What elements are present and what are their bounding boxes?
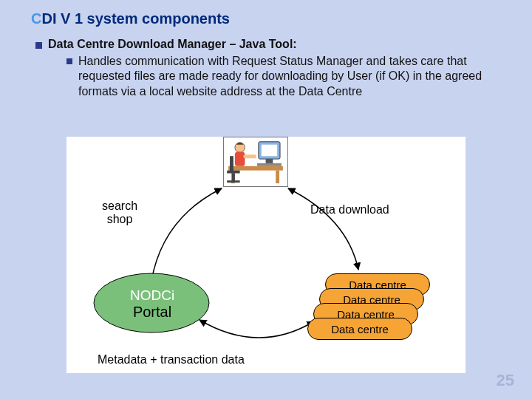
- bullet-level-2: Handles communication with Request Statu…: [66, 54, 511, 99]
- label-nodci-portal: NODCi Portal: [130, 287, 174, 321]
- bullet-marker: [66, 58, 72, 64]
- bullet-list: Data Centre Download Manager – Java Tool…: [31, 38, 511, 99]
- svg-rect-2: [262, 145, 277, 157]
- bullet2-text: Handles communication with Request Statu…: [78, 54, 492, 99]
- svg-rect-10: [244, 154, 256, 158]
- bullet-marker: [35, 42, 42, 49]
- label-search-shop: search shop: [102, 200, 137, 226]
- title-rest: DI V 1 system components: [41, 10, 230, 27]
- svg-rect-9: [235, 151, 245, 166]
- diagram-canvas: Data centre Data centre Data centre Data…: [66, 137, 466, 373]
- svg-rect-7: [276, 171, 279, 183]
- svg-rect-11: [230, 156, 233, 171]
- svg-rect-3: [266, 159, 273, 163]
- user-at-desk-icon: [223, 137, 288, 187]
- svg-rect-4: [257, 163, 282, 166]
- svg-rect-5: [228, 166, 283, 171]
- label-data-download: Data download: [310, 203, 389, 216]
- label-metadata: Metadata + transaction data: [98, 353, 245, 366]
- data-centre-box: Data centre: [307, 318, 412, 340]
- svg-rect-12: [227, 171, 239, 174]
- bullet-level-1: Data Centre Download Manager – Java Tool…: [35, 38, 511, 51]
- bullet1-text: Data Centre Download Manager – Java Tool…: [48, 38, 297, 51]
- svg-rect-14: [227, 180, 239, 183]
- slide-title: CDI V 1 system components: [31, 10, 511, 27]
- data-centre-label: Data centre: [331, 323, 389, 335]
- page-number: 25: [497, 371, 514, 390]
- title-letter-c: C: [31, 10, 41, 27]
